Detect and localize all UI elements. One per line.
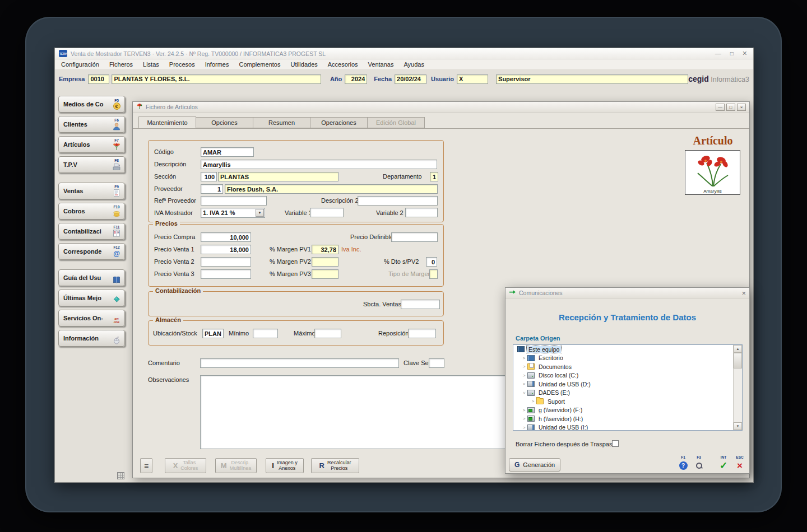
seccion-name-field[interactable]	[218, 172, 338, 181]
precio-definible-field[interactable]	[391, 232, 438, 242]
sidebar-item-clientes[interactable]: Clientes F6	[58, 116, 125, 133]
menu-item-configuracion[interactable]: Configuración	[56, 61, 104, 68]
usuario-name-field[interactable]	[496, 74, 688, 84]
menu-item-ayudas[interactable]: Ayudas	[398, 61, 429, 68]
margen-pv2-field[interactable]	[312, 257, 338, 267]
int-accept-button[interactable]: INT ✓	[716, 455, 731, 471]
sidebar-item-ultimas-mejoras[interactable]: Últimas Mejo	[58, 290, 125, 306]
chevron-down-icon[interactable]: ▼	[256, 209, 264, 217]
ubicacion-stock-field[interactable]	[202, 329, 224, 338]
fichero-close-icon[interactable]: ×	[737, 104, 746, 111]
menu-item-accesorios[interactable]: Accesorios	[323, 61, 363, 68]
esc-cancel-button[interactable]: ESC ×	[732, 455, 747, 471]
chevron-right-icon[interactable]: >	[521, 381, 527, 386]
precio-venta2-field[interactable]	[201, 257, 251, 267]
iva-select[interactable]: 1. IVA 21 % ▼	[201, 208, 265, 218]
departamento-field[interactable]	[430, 172, 438, 181]
variable1-field[interactable]	[310, 208, 344, 217]
proveedor-code-field[interactable]	[201, 184, 223, 194]
tree-item-dades-e[interactable]: > DADES (E:)	[513, 389, 742, 398]
tree-item-servidor-f[interactable]: > g (\\servidor) (F:)	[513, 406, 742, 415]
menu-item-utilidades[interactable]: Utilidades	[285, 61, 322, 68]
articulo-image[interactable]: Amaryllis	[685, 150, 740, 195]
tab-mantenimiento[interactable]: Mantenimiento	[138, 116, 196, 128]
variable2-field[interactable]	[405, 208, 438, 217]
menu-item-informes[interactable]: Informes	[200, 61, 234, 68]
sidebar-item-guia-del-usuario[interactable]: Guía del Usu	[58, 269, 125, 286]
tree-item-este-equipo[interactable]: Este equipo	[513, 345, 742, 354]
sbcta-ventas-field[interactable]	[401, 300, 440, 309]
reposicion-field[interactable]	[408, 329, 436, 338]
tab-opciones[interactable]: Opciones	[196, 117, 253, 128]
recalcular-precios-button[interactable]: R Recalcular Precios	[311, 458, 359, 473]
list-button[interactable]: ≡	[140, 458, 152, 473]
comentario-field[interactable]	[200, 358, 399, 368]
chevron-right-icon[interactable]: >	[521, 425, 527, 430]
descripcion-field[interactable]	[201, 160, 437, 169]
proveedor-name-field[interactable]	[225, 184, 438, 194]
clave-sel-field[interactable]	[429, 358, 444, 368]
borrar-checkbox[interactable]	[612, 440, 619, 447]
precio-venta1-field[interactable]	[201, 245, 251, 254]
sidebar-item-cobros[interactable]: Cobros F10	[58, 203, 125, 220]
sidebar-item-servicios-online[interactable]: Servicios On- on line	[58, 310, 125, 326]
descripcion2-field[interactable]	[358, 196, 438, 206]
fecha-field[interactable]	[395, 74, 426, 84]
seccion-code-field[interactable]	[201, 172, 217, 181]
imagen-anexos-button[interactable]: I Imagen y Anexos	[266, 458, 304, 473]
menu-item-ficheros[interactable]: Ficheros	[104, 61, 138, 68]
sidebar-item-medios-de-cobro[interactable]: Medios de Co F5 €	[58, 96, 125, 113]
chevron-right-icon[interactable]: >	[521, 356, 527, 361]
close-icon[interactable]: ×	[743, 50, 747, 57]
sidebar-item-correspondencia[interactable]: Corresponde F12 @	[58, 243, 125, 260]
tree-item-servidor-h[interactable]: > h (\\servidor) (H:)	[513, 414, 742, 423]
scroll-thumb[interactable]	[734, 353, 742, 368]
scroll-up-icon[interactable]: ▲	[734, 345, 742, 353]
f1-help-button[interactable]: F1 ?	[676, 455, 690, 471]
tree-item-escritorio[interactable]: > Escritorio	[513, 354, 742, 363]
tree-scrollbar[interactable]: ▲ ▼	[733, 345, 742, 430]
f3-search-button[interactable]: F3	[692, 455, 706, 471]
ref-proveedor-field[interactable]	[201, 196, 267, 206]
maximo-field[interactable]	[314, 329, 341, 338]
chevron-right-icon[interactable]: >	[521, 408, 527, 413]
minimize-icon[interactable]: —	[715, 50, 721, 57]
codigo-field[interactable]	[201, 147, 254, 157]
fichero-minimize-icon[interactable]: —	[716, 104, 725, 111]
precio-compra-field[interactable]	[201, 232, 251, 242]
sidebar-item-ventas[interactable]: Ventas F9	[58, 183, 125, 199]
tree-item-usb-i[interactable]: > Unidad de USB (I:)	[513, 423, 742, 431]
sidebar-item-contabilizacion[interactable]: Contabilizaci F11 DH	[58, 223, 125, 240]
tree-item-suport[interactable]: > Suport	[513, 397, 742, 406]
minimo-field[interactable]	[253, 329, 278, 338]
fichero-maximize-icon[interactable]: □	[726, 104, 735, 111]
observaciones-textarea[interactable]	[200, 375, 517, 449]
margen-pv3-field[interactable]	[312, 269, 338, 279]
chevron-right-icon[interactable]: >	[521, 364, 527, 369]
menu-item-complementos[interactable]: Complementos	[234, 61, 285, 68]
chevron-right-icon[interactable]: >	[530, 399, 536, 404]
ano-field[interactable]	[345, 74, 367, 84]
scroll-down-icon[interactable]: ▼	[734, 422, 742, 430]
dialog-close-icon[interactable]: ×	[741, 289, 746, 297]
tab-resumen[interactable]: Resumen	[253, 117, 310, 128]
sidebar-item-articulos[interactable]: Artículos F7	[58, 136, 125, 153]
maximize-icon[interactable]: □	[730, 50, 734, 57]
dto-pv2-field[interactable]	[426, 257, 437, 267]
empresa-code-field[interactable]	[88, 74, 109, 84]
usuario-field[interactable]	[457, 74, 488, 84]
chevron-right-icon[interactable]: >	[521, 416, 527, 421]
chevron-down-icon[interactable]: >	[522, 390, 527, 395]
menu-item-ventanas[interactable]: Ventanas	[363, 61, 399, 68]
tab-operaciones[interactable]: Operaciones	[310, 117, 368, 128]
sidebar-item-informacion[interactable]: Información	[58, 330, 125, 347]
tree-item-usb-d[interactable]: > Unidad de USB (D:)	[513, 380, 742, 389]
menu-item-listas[interactable]: Listas	[138, 61, 164, 68]
menu-item-procesos[interactable]: Procesos	[164, 61, 200, 68]
precio-venta3-field[interactable]	[201, 269, 251, 279]
tree-item-disco-local-c[interactable]: > Disco local (C:)	[513, 371, 742, 380]
chevron-right-icon[interactable]: >	[521, 373, 527, 378]
sidebar-item-tpv[interactable]: T.P.V F8	[58, 156, 125, 173]
empresa-name-field[interactable]	[112, 74, 321, 84]
margen-pv1-field[interactable]	[312, 245, 338, 254]
